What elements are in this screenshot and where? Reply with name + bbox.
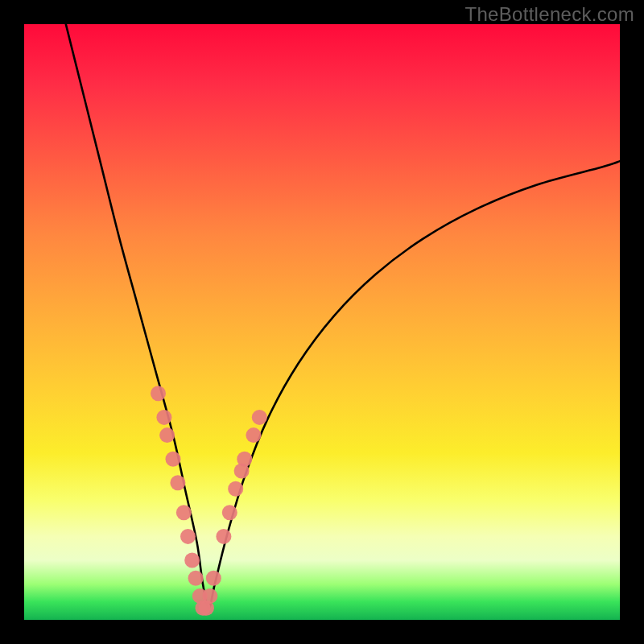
watermark-text: TheBottleneck.com	[464, 3, 634, 26]
highlight-dot	[156, 410, 171, 425]
chart-svg	[24, 24, 620, 620]
highlight-dot	[170, 475, 185, 490]
highlight-dots	[151, 386, 267, 615]
highlight-dot	[252, 410, 267, 425]
highlight-dot	[206, 571, 221, 586]
plot-area	[24, 24, 620, 620]
highlight-dot	[180, 529, 196, 544]
bottleneck-curve	[66, 24, 620, 608]
highlight-dot	[166, 452, 181, 467]
highlight-dot	[246, 427, 261, 443]
highlight-dot	[237, 452, 252, 467]
highlight-dot	[202, 588, 217, 604]
highlight-dot	[151, 386, 166, 401]
highlight-dot	[188, 571, 204, 586]
plot-border	[24, 24, 620, 620]
highlight-dot	[228, 481, 243, 497]
highlight-dot	[176, 505, 192, 520]
chart-frame: TheBottleneck.com	[0, 0, 644, 644]
highlight-dot	[222, 505, 237, 520]
highlight-dot	[216, 529, 231, 544]
highlight-dot	[159, 427, 175, 443]
highlight-dot	[184, 553, 200, 568]
